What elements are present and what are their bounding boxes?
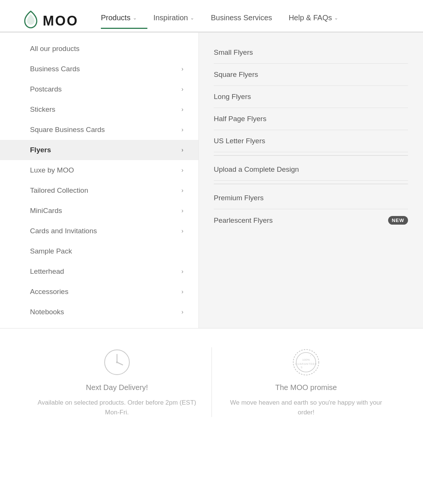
right-item-upload-complete-design[interactable]: Upload a Complete Design	[214, 159, 408, 181]
header: MOO Products ⌄ Inspiration ⌄ Business Se…	[0, 0, 423, 32]
right-item-half-page-flyers[interactable]: Half Page Flyers	[214, 108, 408, 130]
left-item-luxe-by-moo[interactable]: Luxe by MOO ›	[0, 160, 198, 180]
delivery-desc: Available on selected products. Order be…	[38, 398, 196, 417]
right-panel: Small Flyers Square Flyers Long Flyers H…	[199, 33, 423, 328]
chevron-down-icon: ⌄	[334, 15, 338, 21]
left-item-cards-and-invitations[interactable]: Cards and Invitations ›	[0, 221, 198, 241]
clock-icon	[102, 347, 132, 377]
promise-desc: We move heaven and earth so you're happy…	[227, 398, 386, 417]
bottom-col-promise: 100% GUARANTEED S * The MOO promise We m…	[212, 347, 401, 417]
chevron-right-icon: ›	[182, 66, 183, 72]
delivery-title: Next Day Delivery!	[86, 383, 148, 392]
right-item-long-flyers[interactable]: Long Flyers	[214, 86, 408, 108]
right-item-us-letter-flyers[interactable]: US Letter Flyers	[214, 130, 408, 152]
left-item-tailored-collection[interactable]: Tailored Collection ›	[0, 180, 198, 201]
moo-logo-icon	[22, 10, 39, 32]
svg-text:*: *	[310, 355, 311, 357]
chevron-right-icon: ›	[182, 126, 183, 133]
svg-text:100%: 100%	[302, 358, 310, 362]
right-item-pearlescent-flyers[interactable]: Pearlescent Flyers NEW	[214, 209, 408, 225]
right-item-premium-flyers[interactable]: Premium Flyers	[214, 187, 408, 209]
svg-text:S: S	[301, 366, 303, 369]
chevron-down-icon: ⌄	[133, 15, 137, 21]
main-nav: Products ⌄ Inspiration ⌄ Business Servic…	[101, 14, 355, 29]
left-item-accessories[interactable]: Accessories ›	[0, 282, 198, 302]
promise-title: The MOO promise	[275, 383, 337, 392]
nav-item-inspiration[interactable]: Inspiration ⌄	[153, 14, 205, 29]
chevron-right-icon: ›	[182, 228, 183, 234]
chevron-right-icon: ›	[182, 268, 183, 275]
svg-point-4	[293, 350, 319, 375]
left-item-stickers[interactable]: Stickers ›	[0, 99, 198, 120]
chevron-right-icon: ›	[182, 106, 183, 113]
left-item-sample-pack[interactable]: Sample Pack	[0, 241, 198, 261]
left-item-letterhead[interactable]: Letterhead ›	[0, 261, 198, 282]
left-item-square-business-cards[interactable]: Square Business Cards ›	[0, 120, 198, 140]
bottom-section: Next Day Delivery! Available on selected…	[0, 328, 423, 436]
svg-point-5	[296, 352, 316, 372]
chevron-right-icon: ›	[182, 288, 183, 295]
right-item-small-flyers[interactable]: Small Flyers	[214, 42, 408, 64]
logo-area[interactable]: MOO	[22, 10, 78, 32]
svg-point-3	[116, 362, 118, 363]
chevron-right-icon: ›	[182, 187, 183, 194]
left-item-business-cards[interactable]: Business Cards ›	[0, 59, 198, 79]
left-item-postcards[interactable]: Postcards ›	[0, 79, 198, 99]
nav-item-products[interactable]: Products ⌄	[101, 14, 147, 29]
right-item-square-flyers[interactable]: Square Flyers	[214, 64, 408, 86]
chevron-right-icon: ›	[182, 147, 183, 153]
chevron-right-icon: ›	[182, 309, 183, 315]
nav-item-help-faqs[interactable]: Help & FAQs ⌄	[289, 14, 349, 29]
chevron-right-icon: ›	[182, 167, 183, 174]
logo-text: MOO	[43, 13, 78, 29]
bottom-col-delivery: Next Day Delivery! Available on selected…	[22, 347, 212, 417]
left-panel: All our products Business Cards › Postca…	[0, 33, 199, 328]
left-item-minicards[interactable]: MiniCards ›	[0, 201, 198, 221]
svg-text:GUARANTEED: GUARANTEED	[295, 363, 317, 365]
chevron-right-icon: ›	[182, 207, 183, 214]
left-item-flyers[interactable]: Flyers ›	[0, 140, 198, 160]
dropdown-menu: All our products Business Cards › Postca…	[0, 32, 423, 328]
new-badge: NEW	[388, 216, 408, 225]
chevron-down-icon: ⌄	[190, 15, 194, 21]
chevron-right-icon: ›	[182, 86, 183, 93]
nav-item-business-services[interactable]: Business Services	[211, 14, 282, 29]
left-item-notebooks[interactable]: Notebooks ›	[0, 302, 198, 322]
guarantee-icon: 100% GUARANTEED S *	[291, 347, 321, 377]
left-item-all-products[interactable]: All our products	[0, 39, 198, 59]
